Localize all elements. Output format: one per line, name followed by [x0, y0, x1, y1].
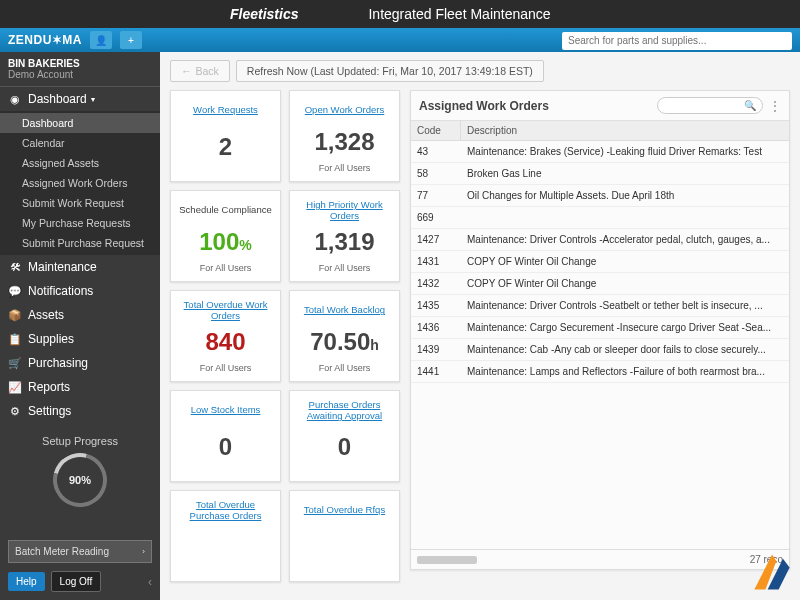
sidebar-item-submit-work-request[interactable]: Submit Work Request: [0, 193, 160, 213]
cell-code: 1439: [411, 339, 461, 360]
reports-icon: 📈: [8, 380, 22, 394]
top-bar: Fleetistics Integrated Fleet Maintenance: [0, 0, 800, 28]
sidebar: BIN BAKERIES Demo Account ◉ Dashboard ▾ …: [0, 52, 160, 600]
card-title[interactable]: Purchase Orders Awaiting Approval: [294, 399, 395, 422]
card-title[interactable]: High Priority Work Orders: [294, 199, 395, 222]
sidebar-item-assigned-work-orders[interactable]: Assigned Work Orders: [0, 173, 160, 193]
nav-notifications[interactable]: 💬Notifications: [0, 279, 160, 303]
cell-desc: COPY OF Winter Oil Change: [461, 251, 789, 272]
panel-search[interactable]: 🔍: [657, 97, 763, 114]
supplies-icon: 📋: [8, 332, 22, 346]
card-footer: For All Users: [294, 363, 395, 373]
kpi-card: Total Overdue Purchase Orders: [170, 490, 281, 582]
card-title[interactable]: Total Overdue Rfqs: [294, 499, 395, 521]
account-name: BIN BAKERIES: [8, 58, 152, 69]
table-row[interactable]: 1427Maintenance: Driver Controls -Accele…: [411, 229, 789, 251]
sidebar-item-submit-purchase-request[interactable]: Submit Purchase Request: [0, 233, 160, 253]
card-value: 70.50h: [294, 328, 395, 356]
nav-dashboard[interactable]: ◉ Dashboard ▾: [0, 87, 160, 111]
sidebar-item-assigned-assets[interactable]: Assigned Assets: [0, 153, 160, 173]
account-sub: Demo Account: [8, 69, 152, 80]
cell-code: 1427: [411, 229, 461, 250]
cell-desc: Broken Gas Line: [461, 163, 789, 184]
table-header: Code Description: [411, 121, 789, 141]
col-description[interactable]: Description: [461, 121, 789, 140]
collapse-sidebar-icon[interactable]: ‹: [148, 575, 152, 589]
kpi-cards: Work Requests2Open Work Orders1,328For A…: [170, 90, 400, 570]
table-row[interactable]: 1439Maintenance: Cab -Any cab or sleeper…: [411, 339, 789, 361]
panel-search-input[interactable]: [664, 100, 744, 111]
cell-code: 1441: [411, 361, 461, 382]
card-title[interactable]: Open Work Orders: [294, 99, 395, 121]
sidebar-item-dashboard[interactable]: Dashboard: [0, 113, 160, 133]
card-value: 2: [175, 133, 276, 161]
table-row[interactable]: 43Maintenance: Brakes (Service) -Leaking…: [411, 141, 789, 163]
account-block: BIN BAKERIES Demo Account: [0, 52, 160, 87]
sidebar-item-my-purchase-requests[interactable]: My Purchase Requests: [0, 213, 160, 233]
cell-code: 1435: [411, 295, 461, 316]
nav-purchasing[interactable]: 🛒Purchasing: [0, 351, 160, 375]
card-value: 0: [294, 433, 395, 461]
panel-title: Assigned Work Orders: [419, 99, 549, 113]
dashboard-icon: ◉: [8, 92, 22, 106]
cell-desc: Maintenance: Driver Controls -Seatbelt o…: [461, 295, 789, 316]
table-row[interactable]: 77Oil Changes for Multiple Assets. Due A…: [411, 185, 789, 207]
nav-settings[interactable]: ⚙Settings: [0, 399, 160, 423]
col-code[interactable]: Code: [411, 121, 461, 140]
table-row[interactable]: 1436Maintenance: Cargo Securement -Insec…: [411, 317, 789, 339]
setup-label: Setup Progress: [0, 435, 160, 447]
kpi-card: Open Work Orders1,328For All Users: [289, 90, 400, 182]
kpi-card: High Priority Work Orders1,319For All Us…: [289, 190, 400, 282]
back-button[interactable]: ←Back: [170, 60, 230, 82]
card-title[interactable]: Low Stock Items: [175, 399, 276, 421]
card-footer: For All Users: [175, 263, 276, 273]
help-button[interactable]: Help: [8, 572, 45, 591]
table-body[interactable]: 43Maintenance: Brakes (Service) -Leaking…: [411, 141, 789, 549]
nav-maintenance[interactable]: 🛠Maintenance: [0, 255, 160, 279]
table-row[interactable]: 1435Maintenance: Driver Controls -Seatbe…: [411, 295, 789, 317]
search-input[interactable]: [562, 32, 792, 50]
maintenance-icon: 🛠: [8, 260, 22, 274]
kpi-card: Schedule Compliance100%For All Users: [170, 190, 281, 282]
card-title[interactable]: Total Overdue Purchase Orders: [175, 499, 276, 522]
card-title[interactable]: Total Work Backlog: [294, 299, 395, 321]
kpi-card: Work Requests2: [170, 90, 281, 182]
cell-code: 1432: [411, 273, 461, 294]
card-footer: For All Users: [175, 363, 276, 373]
progress-ring: 90%: [43, 443, 117, 517]
card-footer: For All Users: [294, 163, 395, 173]
cell-desc: Maintenance: Cab -Any cab or sleeper doo…: [461, 339, 789, 360]
global-search[interactable]: [562, 30, 792, 50]
table-row[interactable]: 1441Maintenance: Lamps and Reflectors -F…: [411, 361, 789, 383]
setup-progress: Setup Progress 90%: [0, 423, 160, 519]
cell-desc: [461, 207, 789, 228]
nav-reports[interactable]: 📈Reports: [0, 375, 160, 399]
card-title[interactable]: Work Requests: [175, 99, 276, 121]
table-row[interactable]: 669: [411, 207, 789, 229]
batch-meter-button[interactable]: Batch Meter Reading›: [8, 540, 152, 563]
panel-menu-icon[interactable]: ⋮: [769, 99, 781, 113]
sidebar-item-calendar[interactable]: Calendar: [0, 133, 160, 153]
nav-assets[interactable]: 📦Assets: [0, 303, 160, 327]
card-value: 840: [175, 328, 276, 356]
logoff-button[interactable]: Log Off: [51, 571, 102, 592]
cell-desc: Maintenance: Lamps and Reflectors -Failu…: [461, 361, 789, 382]
card-footer: For All Users: [294, 263, 395, 273]
nav-supplies[interactable]: 📋Supplies: [0, 327, 160, 351]
cell-desc: COPY OF Winter Oil Change: [461, 273, 789, 294]
table-row[interactable]: 1431COPY OF Winter Oil Change: [411, 251, 789, 273]
card-title: Schedule Compliance: [175, 199, 276, 221]
horizontal-scrollbar[interactable]: [417, 556, 477, 564]
fleetistics-logo-icon: [750, 550, 794, 594]
refresh-button[interactable]: Refresh Now (Last Updated: Fri, Mar 10, …: [236, 60, 544, 82]
card-value: 1,319: [294, 228, 395, 256]
user-icon[interactable]: 👤: [90, 31, 112, 49]
cell-desc: Maintenance: Cargo Securement -Insecure …: [461, 317, 789, 338]
cell-desc: Maintenance: Brakes (Service) -Leaking f…: [461, 141, 789, 162]
notifications-icon: 💬: [8, 284, 22, 298]
table-row[interactable]: 58Broken Gas Line: [411, 163, 789, 185]
table-row[interactable]: 1432COPY OF Winter Oil Change: [411, 273, 789, 295]
add-button[interactable]: +: [120, 31, 142, 49]
kpi-card: Total Work Backlog70.50hFor All Users: [289, 290, 400, 382]
card-title[interactable]: Total Overdue Work Orders: [175, 299, 276, 322]
